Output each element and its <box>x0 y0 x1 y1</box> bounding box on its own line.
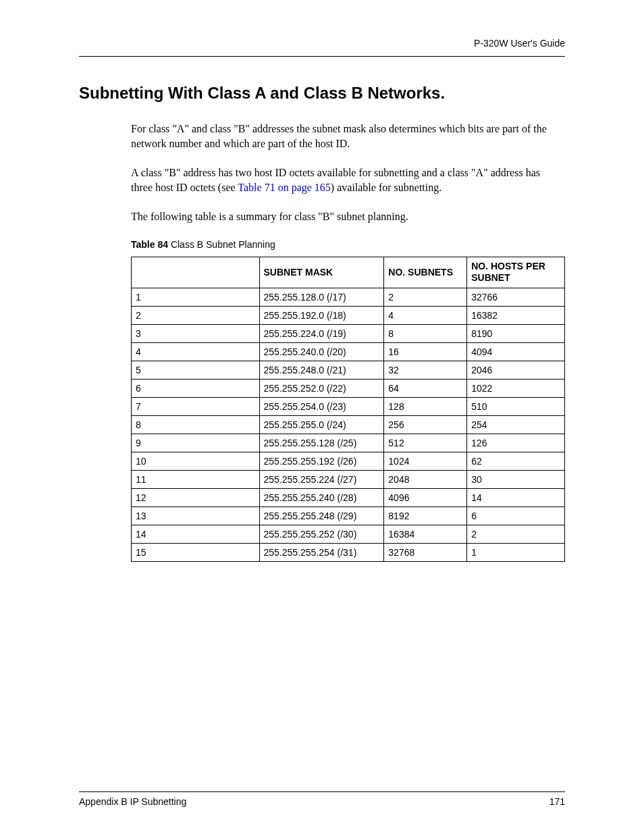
table-row: 8255.255.255.0 (/24)256254 <box>132 415 565 434</box>
cell-hosts: 62 <box>467 452 565 470</box>
cell-subnets: 512 <box>384 434 467 452</box>
table-row: 7255.255.254.0 (/23)128510 <box>132 397 565 415</box>
cell-hosts: 16382 <box>467 306 565 324</box>
cell-bits: 11 <box>132 470 260 488</box>
table-header-row: SUBNET MASK NO. SUBNETS NO. HOSTS PER SU… <box>132 257 565 288</box>
cell-mask: 255.255.255.224 (/27) <box>259 470 384 488</box>
col-header-bits <box>132 257 260 288</box>
cell-hosts: 14 <box>467 488 565 506</box>
paragraph-2: A class "B" address has two host ID octe… <box>131 165 562 194</box>
cell-subnets: 32 <box>384 361 467 379</box>
cell-bits: 9 <box>132 434 260 452</box>
header-guide-title: P-320W User's Guide <box>474 38 565 49</box>
cell-subnets: 1024 <box>384 452 467 470</box>
cell-mask: 255.255.255.0 (/24) <box>259 415 384 434</box>
cell-bits: 13 <box>132 506 260 525</box>
paragraph-3: The following table is a summary for cla… <box>131 209 562 224</box>
cell-mask: 255.255.240.0 (/20) <box>259 342 384 361</box>
cell-bits: 1 <box>132 288 260 306</box>
cell-subnets: 16 <box>384 342 467 361</box>
cell-hosts: 254 <box>467 415 565 434</box>
cell-bits: 14 <box>132 525 260 543</box>
cell-subnets: 4 <box>384 306 467 324</box>
table-row: 4255.255.240.0 (/20)164094 <box>132 342 565 361</box>
table-row: 15255.255.255.254 (/31)327681 <box>132 543 565 561</box>
cell-hosts: 32766 <box>467 288 565 306</box>
cell-bits: 10 <box>132 452 260 470</box>
table-row: 13255.255.255.248 (/29)81926 <box>132 506 565 525</box>
table-row: 6255.255.252.0 (/22)641022 <box>132 379 565 397</box>
table-caption-text: Class B Subnet Planning <box>168 239 275 250</box>
cell-mask: 255.255.255.252 (/30) <box>259 525 384 543</box>
cell-mask: 255.255.254.0 (/23) <box>259 397 384 415</box>
cell-mask: 255.255.255.248 (/29) <box>259 506 384 525</box>
cell-subnets: 16384 <box>384 525 467 543</box>
cell-bits: 8 <box>132 415 260 434</box>
table-row: 2255.255.192.0 (/18)416382 <box>132 306 565 324</box>
cell-hosts: 30 <box>467 470 565 488</box>
table-row: 5255.255.248.0 (/21)322046 <box>132 361 565 379</box>
cell-mask: 255.255.255.254 (/31) <box>259 543 384 561</box>
cell-mask: 255.255.252.0 (/22) <box>259 379 384 397</box>
page-header: P-320W User's Guide <box>79 38 565 57</box>
table-row: 10255.255.255.192 (/26)102462 <box>132 452 565 470</box>
table-caption-label: Table 84 <box>131 239 168 250</box>
cell-mask: 255.255.255.240 (/28) <box>259 488 384 506</box>
cross-ref-link[interactable]: Table 71 on page 165 <box>238 182 331 193</box>
cell-mask: 255.255.255.192 (/26) <box>259 452 384 470</box>
cell-subnets: 2048 <box>384 470 467 488</box>
cell-hosts: 2 <box>467 525 565 543</box>
paragraph-1: For class "A" and class "B" addresses th… <box>131 122 562 151</box>
table-row: 14255.255.255.252 (/30)163842 <box>132 525 565 543</box>
cell-bits: 12 <box>132 488 260 506</box>
table-row: 11255.255.255.224 (/27)204830 <box>132 470 565 488</box>
table-row: 12255.255.255.240 (/28)409614 <box>132 488 565 506</box>
paragraph-2-part-b: ) available for subnetting. <box>331 182 441 193</box>
cell-hosts: 2046 <box>467 361 565 379</box>
cell-subnets: 8 <box>384 324 467 342</box>
footer-section-title: Appendix B IP Subnetting <box>79 796 186 807</box>
table-row: 1255.255.128.0 (/17)232766 <box>132 288 565 306</box>
cell-subnets: 128 <box>384 397 467 415</box>
cell-subnets: 256 <box>384 415 467 434</box>
col-header-mask: SUBNET MASK <box>259 257 384 288</box>
cell-mask: 255.255.192.0 (/18) <box>259 306 384 324</box>
cell-hosts: 1 <box>467 543 565 561</box>
cell-hosts: 1022 <box>467 379 565 397</box>
cell-subnets: 32768 <box>384 543 467 561</box>
cell-hosts: 126 <box>467 434 565 452</box>
cell-hosts: 8190 <box>467 324 565 342</box>
footer-page-number: 171 <box>549 796 565 807</box>
cell-mask: 255.255.224.0 (/19) <box>259 324 384 342</box>
col-header-subnets: NO. SUBNETS <box>384 257 467 288</box>
cell-bits: 7 <box>132 397 260 415</box>
cell-subnets: 64 <box>384 379 467 397</box>
cell-mask: 255.255.128.0 (/17) <box>259 288 384 306</box>
col-header-hosts: NO. HOSTS PER SUBNET <box>467 257 565 288</box>
cell-hosts: 6 <box>467 506 565 525</box>
cell-mask: 255.255.248.0 (/21) <box>259 361 384 379</box>
cell-bits: 3 <box>132 324 260 342</box>
cell-mask: 255.255.255.128 (/25) <box>259 434 384 452</box>
cell-bits: 15 <box>132 543 260 561</box>
cell-hosts: 510 <box>467 397 565 415</box>
page-footer: Appendix B IP Subnetting 171 <box>79 791 565 807</box>
table-row: 9255.255.255.128 (/25)512126 <box>132 434 565 452</box>
cell-hosts: 4094 <box>467 342 565 361</box>
cell-bits: 5 <box>132 361 260 379</box>
table-row: 3255.255.224.0 (/19)88190 <box>132 324 565 342</box>
cell-subnets: 8192 <box>384 506 467 525</box>
cell-subnets: 4096 <box>384 488 467 506</box>
cell-bits: 2 <box>132 306 260 324</box>
section-heading: Subnetting With Class A and Class B Netw… <box>79 84 565 103</box>
subnet-planning-table: SUBNET MASK NO. SUBNETS NO. HOSTS PER SU… <box>131 257 565 562</box>
cell-subnets: 2 <box>384 288 467 306</box>
table-caption: Table 84 Class B Subnet Planning <box>131 239 565 250</box>
cell-bits: 6 <box>132 379 260 397</box>
cell-bits: 4 <box>132 342 260 361</box>
